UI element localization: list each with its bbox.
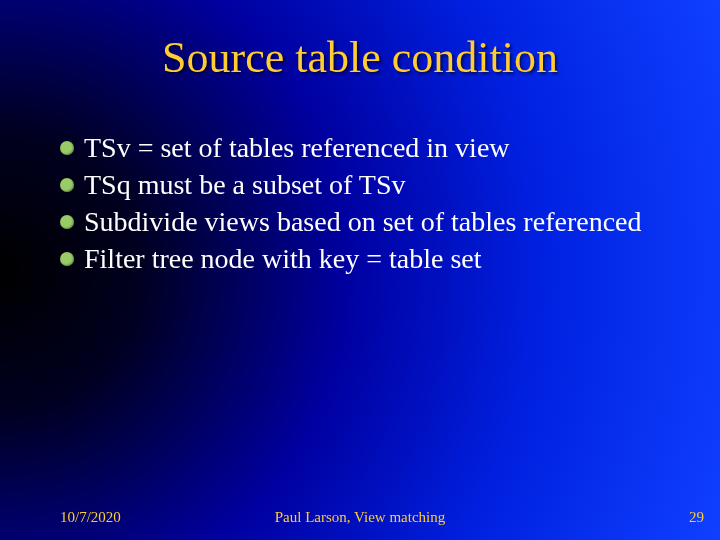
bullet-item: Subdivide views based on set of tables r… (60, 204, 660, 239)
bullet-icon (60, 178, 74, 192)
bullet-icon (60, 141, 74, 155)
bullet-text: TSv = set of tables referenced in view (84, 130, 660, 165)
footer-author: Paul Larson, View matching (0, 509, 720, 526)
slide-title: Source table condition (0, 32, 720, 83)
bullet-icon (60, 252, 74, 266)
bullet-item: TSq must be a subset of TSv (60, 167, 660, 202)
bullet-text: Filter tree node with key = table set (84, 241, 660, 276)
footer-page: 29 (689, 509, 704, 526)
bullet-text: Subdivide views based on set of tables r… (84, 204, 660, 239)
bullet-item: TSv = set of tables referenced in view (60, 130, 660, 165)
slide: Source table condition TSv = set of tabl… (0, 0, 720, 540)
bullet-text: TSq must be a subset of TSv (84, 167, 660, 202)
bullet-item: Filter tree node with key = table set (60, 241, 660, 276)
bullet-icon (60, 215, 74, 229)
slide-body: TSv = set of tables referenced in view T… (60, 130, 660, 278)
